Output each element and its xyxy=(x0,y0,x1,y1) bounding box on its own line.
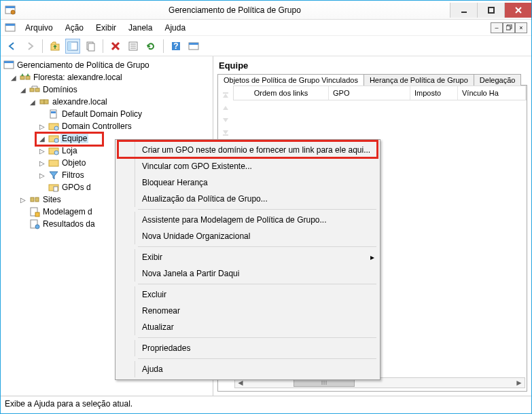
ctx-delete[interactable]: Excluir xyxy=(118,286,378,303)
title-bar: Gerenciamento de Política de Grupo xyxy=(1,1,531,20)
mmc-icon xyxy=(5,22,16,33)
folder-icon xyxy=(48,157,59,168)
tree-forest[interactable]: Floresta: alexandre.local xyxy=(32,73,124,82)
tab-delegation[interactable]: Delegação xyxy=(474,74,522,86)
ctx-modeling-wizard[interactable]: Assistente para Modelagem de Política de… xyxy=(118,212,378,228)
modeling-icon xyxy=(29,206,40,217)
close-button[interactable] xyxy=(504,3,531,18)
tree-sites[interactable]: Sites xyxy=(41,195,63,204)
svg-point-37 xyxy=(54,126,58,130)
expand-icon[interactable]: ▷ xyxy=(37,123,47,130)
results-icon xyxy=(29,219,40,229)
scroll-right-button[interactable]: ► xyxy=(514,378,525,388)
col-vinculo[interactable]: Vínculo Ha xyxy=(458,86,526,100)
move-bottom-button[interactable] xyxy=(219,126,232,138)
tree-default-domain-policy[interactable]: Default Domain Policy xyxy=(60,109,143,119)
svg-rect-33 xyxy=(44,100,48,104)
menu-exibir[interactable]: Exibir xyxy=(90,22,122,34)
ctx-new-ou[interactable]: Nova Unidade Organizacional xyxy=(118,228,378,244)
expand-icon[interactable]: ◢ xyxy=(9,74,18,81)
toolbar: ? xyxy=(1,36,531,56)
svg-rect-31 xyxy=(35,88,39,92)
ctx-properties[interactable]: Propriedades xyxy=(118,340,378,356)
svg-rect-4 xyxy=(489,7,494,13)
ctx-refresh[interactable]: Atualizar xyxy=(118,319,378,335)
tab-linked-gpos[interactable]: Objetos de Política de Grupo Vinculados xyxy=(217,74,364,86)
status-text: Exibe a Ajuda para a seleção atual. xyxy=(5,399,132,409)
menu-janela[interactable]: Janela xyxy=(123,22,158,34)
expand-icon[interactable]: ▷ xyxy=(37,159,47,167)
tree-modelagem[interactable]: Modelagem d xyxy=(41,207,94,217)
expand-icon[interactable]: ▷ xyxy=(37,172,47,179)
highlight-create-gpo-box xyxy=(117,140,378,159)
expand-icon[interactable]: ▷ xyxy=(37,147,47,155)
svg-rect-48 xyxy=(35,212,39,217)
tree-domain-controllers[interactable]: Domain Controllers xyxy=(60,121,133,131)
toolbar-back-button[interactable] xyxy=(5,39,20,54)
tree-objetos[interactable]: Objeto xyxy=(60,158,87,168)
minimize-button[interactable] xyxy=(450,3,477,18)
ctx-new-window[interactable]: Nova Janela a Partir Daqui xyxy=(118,265,378,282)
svg-rect-29 xyxy=(26,76,30,79)
ctx-view[interactable]: Exibir▸ xyxy=(118,249,378,265)
expand-icon[interactable]: ◢ xyxy=(18,86,28,94)
context-menu: Criar um GPO neste domínio e fornecer um… xyxy=(115,139,380,380)
col-imposto[interactable]: Imposto xyxy=(410,86,458,100)
expand-icon[interactable]: ◢ xyxy=(28,98,37,106)
toolbar-refresh-button[interactable] xyxy=(143,39,158,54)
tree-root[interactable]: Gerenciamento de Política de Grupo xyxy=(16,60,151,70)
mdi-restore-button[interactable] xyxy=(503,22,515,33)
svg-rect-28 xyxy=(20,76,24,79)
svg-rect-8 xyxy=(5,24,15,26)
maximize-button[interactable] xyxy=(477,3,504,18)
mdi-close-button[interactable]: × xyxy=(515,22,527,33)
submenu-arrow-icon: ▸ xyxy=(367,252,378,262)
ctx-help[interactable]: Ajuda xyxy=(118,361,378,377)
move-down-button[interactable] xyxy=(219,114,232,126)
toolbar-forward-button[interactable] xyxy=(22,39,37,54)
svg-rect-27 xyxy=(4,61,14,63)
ou-icon xyxy=(48,121,59,132)
toolbar-show-hide-tree-button[interactable] xyxy=(65,39,80,54)
menu-ajuda[interactable]: Ajuda xyxy=(159,22,191,34)
menu-arquivo[interactable]: Arquivo xyxy=(20,22,58,34)
tab-inheritance[interactable]: Herança de Política de Grupo xyxy=(363,74,474,86)
window-title: Gerenciamento de Política de Grupo xyxy=(20,5,450,15)
col-gpo[interactable]: GPO xyxy=(329,86,410,100)
svg-point-41 xyxy=(54,151,58,155)
svg-rect-42 xyxy=(49,160,58,166)
toolbar-window-button[interactable] xyxy=(186,39,201,54)
tree-resultados[interactable]: Resultados da xyxy=(41,219,96,229)
gpo-folder-icon xyxy=(48,182,59,193)
svg-rect-32 xyxy=(40,100,44,104)
tree-loja[interactable]: Loja xyxy=(60,146,79,155)
ctx-block-inheritance[interactable]: Bloquear Herança xyxy=(118,174,378,191)
col-ordem[interactable]: Ordem dos links xyxy=(234,86,329,100)
ctx-link-gpo[interactable]: Vincular com GPO Existente... xyxy=(118,158,378,174)
svg-rect-34 xyxy=(50,110,56,118)
svg-rect-1 xyxy=(5,6,15,8)
toolbar-help-button[interactable]: ? xyxy=(169,39,183,54)
ctx-rename[interactable]: Renomear xyxy=(118,303,378,319)
status-bar: Exibe a Ajuda para a seleção atual. xyxy=(1,396,531,411)
expand-icon[interactable]: ▷ xyxy=(18,196,28,204)
move-top-button[interactable] xyxy=(219,90,232,102)
gpm-root-icon xyxy=(3,60,14,71)
svg-rect-10 xyxy=(506,26,510,30)
tree-filtros[interactable]: Filtros xyxy=(60,170,86,180)
sites-icon xyxy=(29,194,40,205)
ctx-gp-update[interactable]: Atualização da Política de Grupo... xyxy=(118,191,378,207)
tree-dominios[interactable]: Domínios xyxy=(41,85,79,94)
tree-gpos[interactable]: GPOs d xyxy=(60,183,92,192)
menu-acao[interactable]: Ação xyxy=(60,22,89,34)
svg-point-2 xyxy=(11,10,15,14)
toolbar-delete-button[interactable] xyxy=(108,39,123,54)
toolbar-up-button[interactable] xyxy=(48,39,63,54)
tree-domain[interactable]: alexandre.local xyxy=(51,97,109,107)
toolbar-copy-button[interactable] xyxy=(83,39,98,54)
svg-rect-44 xyxy=(54,187,58,191)
mdi-minimize-button[interactable]: – xyxy=(491,22,503,33)
toolbar-properties-button[interactable] xyxy=(126,39,141,54)
svg-rect-35 xyxy=(51,111,56,113)
move-up-button[interactable] xyxy=(219,102,232,114)
